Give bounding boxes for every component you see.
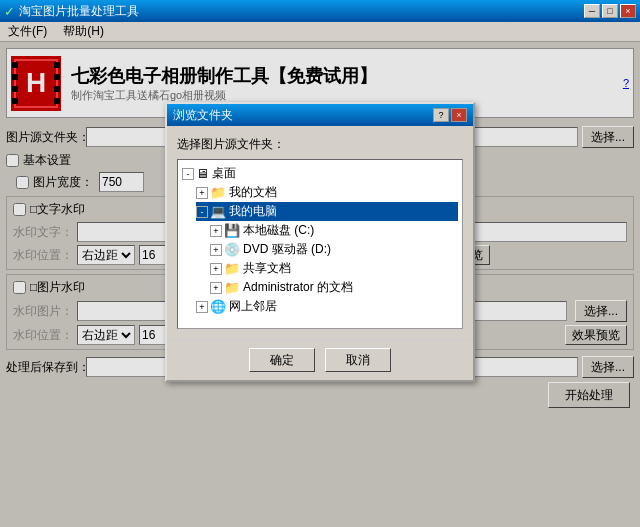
admin-icon: 📁 (224, 280, 240, 295)
mycomputer-icon: 💻 (210, 204, 226, 219)
dialog-title-bar: 浏览文件夹 ? × (167, 104, 473, 126)
dvd-d-label: DVD 驱动器 (D:) (243, 241, 331, 258)
tree-shared-docs[interactable]: + 📁 共享文档 (210, 259, 458, 278)
tree-admin-docs[interactable]: + 📁 Administrator 的文档 (210, 278, 458, 297)
mydocs-label: 我的文档 (229, 184, 277, 201)
shared-expand[interactable]: + (210, 263, 222, 275)
dialog-title: 浏览文件夹 (173, 107, 233, 124)
dialog-controls: ? × (433, 108, 467, 122)
close-button[interactable]: × (620, 4, 636, 18)
dialog-close-button[interactable]: × (451, 108, 467, 122)
tree-disk-c[interactable]: + 💾 本地磁盘 (C:) (210, 221, 458, 240)
tree-mydocs[interactable]: + 📁 我的文档 (196, 183, 458, 202)
mydocs-icon: 📁 (210, 185, 226, 200)
mycomputer-expand[interactable]: - (196, 206, 208, 218)
dialog-footer: 确定 取消 (167, 339, 473, 380)
network-icon: 🌐 (210, 299, 226, 314)
desktop-label: 桌面 (212, 165, 236, 182)
shared-label: 共享文档 (243, 260, 291, 277)
tree-desktop[interactable]: - 🖥 桌面 (182, 164, 458, 183)
mycomputer-label: 我的电脑 (229, 203, 277, 220)
desktop-expand[interactable]: - (182, 168, 194, 180)
disk-c-expand[interactable]: + (210, 225, 222, 237)
window-title: 淘宝图片批量处理工具 (19, 3, 139, 20)
desktop-icon: 🖥 (196, 166, 209, 181)
main-window: ✓ 淘宝图片批量处理工具 ─ □ × 文件(F) 帮助(H) (0, 0, 640, 527)
window-controls: ─ □ × (584, 4, 636, 18)
dialog-overlay: 浏览文件夹 ? × 选择图片源文件夹： - 🖥 (0, 42, 640, 527)
tree-network[interactable]: + 🌐 网上邻居 (196, 297, 458, 316)
mydocs-expand[interactable]: + (196, 187, 208, 199)
title-bar: ✓ 淘宝图片批量处理工具 ─ □ × (0, 0, 640, 22)
dvd-d-expand[interactable]: + (210, 244, 222, 256)
main-content: H 七彩色电子相册制作工具【免费试用】 制作淘宝工具送橘石go相册视频 ? 图片… (0, 42, 640, 527)
dialog-body: 选择图片源文件夹： - 🖥 桌面 + 📁 我的文 (167, 126, 473, 339)
tree-dvd-d[interactable]: + 💿 DVD 驱动器 (D:) (210, 240, 458, 259)
menu-help[interactable]: 帮助(H) (59, 22, 108, 41)
dialog-label: 选择图片源文件夹： (177, 136, 463, 153)
admin-expand[interactable]: + (210, 282, 222, 294)
dvd-d-icon: 💿 (224, 242, 240, 257)
menu-bar: 文件(F) 帮助(H) (0, 22, 640, 42)
disk-c-label: 本地磁盘 (C:) (243, 222, 314, 239)
folder-tree[interactable]: - 🖥 桌面 + 📁 我的文档 - 💻 (177, 159, 463, 329)
network-label: 网上邻居 (229, 298, 277, 315)
maximize-button[interactable]: □ (602, 4, 618, 18)
browse-dialog: 浏览文件夹 ? × 选择图片源文件夹： - 🖥 (165, 102, 475, 382)
dialog-cancel-button[interactable]: 取消 (325, 348, 391, 372)
tree-mycomputer[interactable]: - 💻 我的电脑 (196, 202, 458, 221)
minimize-button[interactable]: ─ (584, 4, 600, 18)
dialog-help-button[interactable]: ? (433, 108, 449, 122)
disk-c-icon: 💾 (224, 223, 240, 238)
menu-file[interactable]: 文件(F) (4, 22, 51, 41)
admin-label: Administrator 的文档 (243, 279, 353, 296)
shared-icon: 📁 (224, 261, 240, 276)
network-expand[interactable]: + (196, 301, 208, 313)
app-icon: ✓ (4, 4, 15, 19)
dialog-ok-button[interactable]: 确定 (249, 348, 315, 372)
